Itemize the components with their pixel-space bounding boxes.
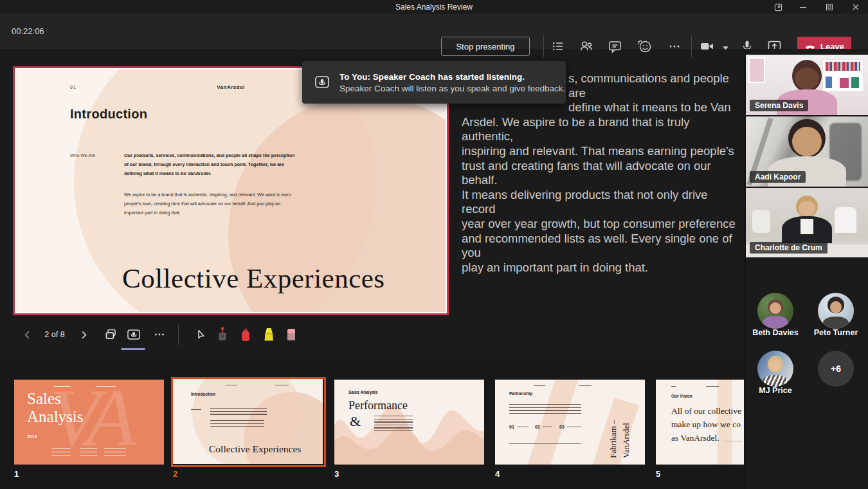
person-face: [770, 302, 781, 314]
thumb-decor-text: [80, 448, 97, 456]
notes-line: year over year growth, but top consumer …: [462, 217, 737, 232]
chair-decor: [835, 207, 856, 233]
slide-paragraph: We aspire to be a brand that is authenti…: [124, 190, 295, 217]
meeting-timer: 00:22:06: [12, 14, 44, 49]
laser-pointer-tool-icon[interactable]: [214, 325, 231, 344]
thumb3-title: Performance: [348, 399, 408, 412]
thumb-decor-text: [567, 427, 581, 429]
thumb-decor-text: [517, 427, 529, 429]
next-slide-button[interactable]: [77, 325, 90, 344]
thumb-decor-text: [191, 409, 201, 411]
slide-title: Collective Experiences: [122, 263, 385, 294]
notes-line: Arsdel. We aspire to be a brand that is …: [462, 115, 737, 144]
reactions-icon[interactable]: [637, 39, 652, 54]
notes-line: It means delivering products that not on…: [462, 188, 737, 217]
bookshelf-decor: [822, 59, 864, 92]
avatar-mj-price[interactable]: [757, 351, 793, 387]
thumb2-title: Collective Experiences: [209, 443, 301, 455]
speaker-coach-toast[interactable]: To You: Speaker Coach has started listen…: [302, 61, 566, 104]
video-tile-charlotte-de-crum[interactable]: Charlotte de Crum: [746, 188, 868, 257]
stop-presenting-button[interactable]: Stop presenting: [441, 37, 530, 56]
window-title: Sales Analysis Review: [0, 0, 868, 14]
thumb-decor-text: [51, 448, 71, 456]
thumb-decor-text: [275, 385, 289, 387]
thumb-decor-text: [226, 385, 237, 387]
slide-more-options-icon[interactable]: [150, 325, 168, 344]
slide-thumbnail-5[interactable]: Our Vision All of our collective make up…: [656, 380, 744, 465]
pen-tool-icon[interactable]: [237, 325, 254, 344]
thumb-decor-text: [210, 420, 264, 429]
thumb-decor-line: [509, 443, 581, 444]
overflow-participants-badge[interactable]: +6: [818, 351, 854, 387]
person-face: [792, 127, 822, 156]
slide-thumbnail-3[interactable]: Sales Analysis Performance &: [334, 380, 484, 465]
speaker-coach-active-indicator: [121, 348, 145, 350]
thumb4-number: 4: [495, 469, 500, 479]
thumb4-step-1: 01: [509, 425, 514, 429]
slide-heading: Introduction: [70, 107, 147, 122]
toast-title: To You: Speaker Coach has started listen…: [339, 72, 565, 82]
thumb4-step-2: 02: [535, 425, 540, 429]
slide-thumbnail-2[interactable]: Introduction Collective Experiences: [173, 379, 323, 464]
agenda-list-icon[interactable]: [550, 39, 566, 54]
window-titlebar: Sales Analysis Review: [0, 0, 868, 14]
notes-line: inspiring and relevant. That means earni…: [462, 144, 737, 159]
slide-thumbnail-1[interactable]: VA Sales Analysis 2019: [14, 380, 164, 465]
minimize-icon[interactable]: [797, 2, 809, 12]
maximize-icon[interactable]: [824, 2, 835, 12]
avatar-beth-davies[interactable]: [757, 293, 793, 329]
camera-dropdown-icon[interactable]: [718, 40, 733, 55]
avatar-name-label: Pete Turner: [800, 328, 868, 337]
slide-thumbnail-4[interactable]: Partnership 01 02 03 Fabrikam – VanArsde…: [495, 380, 645, 465]
thumb3-number: 3: [334, 469, 339, 479]
participant-name-label: Charlotte de Crum: [750, 242, 827, 254]
slide-position-label: 2 of 8: [37, 325, 72, 344]
speaker-coach-toggle-icon[interactable]: [124, 325, 143, 344]
nav-divider: [178, 324, 179, 345]
slide-paragraph-bold: Our products, services, communications, …: [124, 151, 295, 178]
thumb-decor-text: [104, 448, 126, 456]
thumb-decor-text: [706, 386, 719, 388]
thumb4-vertical-text-2: VanArsdel: [621, 423, 631, 458]
presented-slide: 01 VanArsdel Introduction Who We Are Our…: [13, 66, 449, 315]
popout-icon[interactable]: [772, 2, 784, 12]
thumb-decor-text: [54, 386, 71, 389]
person-face: [799, 201, 815, 216]
more-options-icon[interactable]: [667, 39, 682, 54]
notes-line: trust and creating fans that will advoca…: [462, 159, 737, 188]
meeting-toolbar: 00:22:06 Stop presenting: [0, 14, 868, 49]
previous-slide-button[interactable]: [21, 325, 33, 344]
thumb4-vertical-text-1: Fabrikam –: [608, 420, 619, 458]
thumb-decor-text: [534, 385, 545, 387]
chat-icon[interactable]: [607, 39, 622, 54]
toolbar-divider: [543, 35, 544, 57]
thumb3-amp: &: [350, 413, 361, 430]
teams-meeting-window: Sales Analysis Review 00:22:06 Stop pres…: [0, 0, 868, 489]
thumb1-number: 1: [14, 469, 19, 479]
thumb1-title-line1: Sales: [27, 390, 61, 408]
person-face: [795, 68, 819, 89]
thumb-decor-text: [210, 408, 267, 417]
pointer-tool-icon[interactable]: [193, 325, 210, 344]
chair-decor: [752, 210, 770, 233]
notes-line: and recommended lists as well. Every sin…: [462, 232, 737, 261]
close-icon[interactable]: [850, 2, 862, 12]
video-tile-aadi-kapoor[interactable]: Aadi Kapoor: [746, 116, 868, 187]
slide-grid-icon[interactable]: [102, 325, 121, 344]
slide-side-label: Who We Are: [70, 153, 95, 158]
avatar-pete-turner[interactable]: [818, 293, 854, 329]
person-shirt: [800, 219, 813, 234]
highlighter-tool-icon[interactable]: [260, 325, 277, 344]
thumb-decor-text: [579, 385, 592, 387]
thumb-decor-text: [671, 386, 676, 388]
participants-icon[interactable]: [579, 39, 594, 54]
thumb-decor-text: [509, 404, 581, 415]
camera-icon[interactable]: [700, 39, 715, 54]
video-tile-serena-davis[interactable]: Serena Davis: [746, 55, 868, 115]
eraser-tool-icon[interactable]: [283, 325, 300, 344]
thumb5-text: All of our collective make up how we co …: [671, 404, 741, 445]
thumb1-year: 2019: [27, 434, 37, 439]
thumb-decor-text: [96, 386, 116, 389]
thumb3-heading: Sales Analysis: [348, 390, 377, 394]
poster-decor: [748, 57, 765, 83]
